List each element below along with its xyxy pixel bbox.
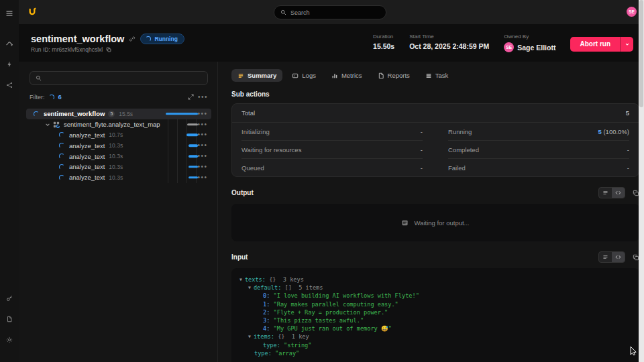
task-name: analyze_text (69, 131, 105, 139)
duration-block: Duration 15.50s (373, 34, 394, 50)
tab-task[interactable]: Task (419, 69, 455, 82)
code-view-icon[interactable] (612, 188, 625, 198)
caret-down-icon[interactable]: ▼ (248, 285, 251, 290)
tab-label: Summary (248, 72, 276, 79)
json-key: texts: (245, 276, 269, 283)
share-icon[interactable] (4, 80, 15, 90)
owner-name: Sage Elliott (517, 44, 555, 52)
spinner-icon (58, 164, 65, 170)
union-logo[interactable] (28, 7, 37, 17)
tree-row[interactable]: analyze_text10.7s••• (30, 130, 208, 141)
tree-row[interactable]: analyze_text10.3s••• (30, 140, 208, 151)
spinner-icon (58, 132, 65, 137)
key-icon[interactable] (4, 293, 15, 304)
owner-avatar: SE (504, 42, 514, 52)
page-scrollbar[interactable] (639, 0, 644, 362)
map-task-icon (52, 121, 60, 128)
tree-row[interactable]: sentiment_workflow515.5s••• (26, 109, 211, 119)
global-search-input[interactable]: Search (274, 5, 386, 19)
task-duration: 10.3s (109, 153, 123, 160)
timeline-bar (166, 113, 198, 115)
row-menu-icon[interactable]: ••• (197, 131, 208, 138)
tree-search-input[interactable] (30, 71, 208, 85)
abort-dropdown-button[interactable] (620, 37, 633, 52)
copy-icon[interactable] (106, 47, 111, 52)
owned-by-block: Owned By SE Sage Elliott (504, 34, 555, 52)
runs-icon[interactable] (4, 38, 15, 49)
summary-icon (237, 72, 244, 79)
tree-row[interactable]: analyze_text10.3s••• (30, 162, 208, 172)
filter-count[interactable]: 6 (58, 93, 62, 101)
cell-label: Completed (448, 146, 479, 154)
timeline-bar (189, 176, 198, 179)
row-menu-icon[interactable]: ••• (197, 164, 208, 170)
cell-value: - (421, 146, 423, 154)
sub-actions-header: Sub actions (231, 90, 639, 98)
spinner-icon (58, 175, 65, 180)
cell-value: - (421, 164, 423, 172)
row-menu-icon[interactable]: ••• (197, 174, 208, 181)
theme-icon[interactable] (4, 335, 15, 345)
output-empty-state: Waiting for output... (231, 204, 639, 241)
run-tree-panel: Filter: 6 ••• sentiment_workflow515.5s••… (19, 62, 218, 362)
cell-label: Initializing (241, 128, 270, 135)
json-idx: 4: (263, 325, 274, 332)
tree-row[interactable]: analyze_text10.3s••• (30, 151, 208, 162)
caret-down-icon[interactable]: ▼ (248, 334, 251, 339)
filter-status-spinner-icon[interactable] (49, 95, 54, 100)
menu-icon[interactable] (4, 8, 15, 19)
timeline (161, 172, 197, 183)
json-key: type: (263, 342, 284, 349)
metrics-icon (331, 72, 338, 79)
row-menu-icon[interactable]: ••• (197, 153, 208, 160)
search-icon (280, 9, 286, 15)
list-view-icon[interactable] (599, 252, 612, 262)
abort-run-button[interactable]: Abort run (570, 37, 620, 52)
cell-label: Failed (448, 164, 466, 172)
caret-down-icon[interactable]: ▼ (239, 277, 242, 282)
cell-value: 5 (100.0%) (598, 128, 629, 135)
row-menu-icon[interactable]: ••• (197, 111, 208, 117)
docs-icon[interactable] (4, 314, 15, 324)
run-id: Run ID: rnr6szklvf5xnqhcslxl (31, 46, 184, 53)
run-meta: Duration 15.50s Start Time Oct 28, 2025 … (373, 34, 633, 52)
json-str: "I love building AI workflows with Flyte… (274, 292, 419, 299)
actions-icon[interactable] (4, 59, 15, 70)
timeline (161, 140, 197, 151)
task-duration: 10.3s (109, 164, 123, 170)
tab-logs[interactable]: Logs (286, 69, 322, 82)
timeline (161, 151, 197, 162)
tab-label: Reports (388, 72, 410, 79)
task-name: analyze_text (69, 153, 105, 160)
tree-options-icon[interactable]: ••• (198, 94, 208, 101)
collapse-all-icon[interactable] (188, 94, 194, 100)
code-view-icon[interactable] (612, 252, 625, 262)
task-name: sentiment_workflow (44, 110, 105, 117)
tab-reports[interactable]: Reports (372, 69, 416, 82)
list-view-icon[interactable] (599, 188, 612, 198)
start-time-block: Start Time Oct 28, 2025 2:48:59 PM (409, 34, 489, 50)
spinner-icon (32, 111, 40, 117)
json-meta: [] 5 items (285, 284, 323, 291)
user-avatar[interactable]: SE (627, 7, 637, 17)
page-title: sentiment_workflow (31, 34, 124, 44)
chevron-down-icon[interactable] (45, 122, 50, 127)
sub-actions-card: Total 5 Initializing-Running5 (100.0%)Wa… (231, 103, 639, 177)
tab-metrics[interactable]: Metrics (325, 69, 368, 82)
link-icon[interactable] (129, 36, 136, 42)
run-tree: sentiment_workflow515.5s•••sentiment_fly… (30, 109, 208, 183)
output-header: Output (231, 187, 639, 198)
sub-actions-cell: Queued- (241, 159, 423, 176)
scrollbar-thumb[interactable] (639, 0, 643, 107)
tab-summary[interactable]: Summary (231, 69, 282, 82)
tree-row[interactable]: sentiment_flyte.analyze_text_map••• (30, 119, 208, 130)
row-menu-icon[interactable]: ••• (197, 121, 208, 128)
tab-label: Task (435, 72, 449, 79)
tree-row[interactable]: analyze_text10.3s••• (30, 172, 208, 183)
tab-bar: SummaryLogsMetricsReportsTask (231, 69, 639, 82)
json-idx: 2: (263, 309, 274, 316)
task-duration: 10.3s (109, 142, 123, 149)
search-icon (36, 75, 42, 81)
row-menu-icon[interactable]: ••• (197, 142, 208, 149)
json-line: ▼texts: {} 3 keys (239, 276, 631, 284)
